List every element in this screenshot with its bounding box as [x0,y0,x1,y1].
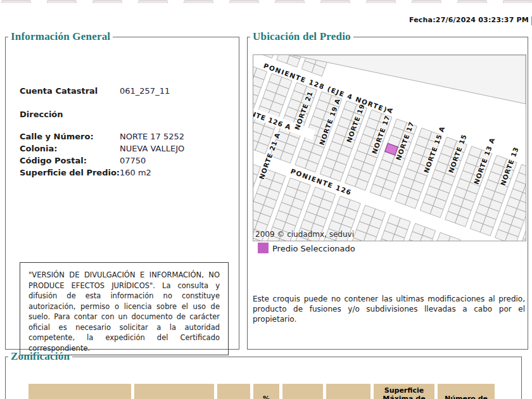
predio-location-legend: Ubicación del Predio [250,30,353,43]
field-label: Dirección [20,110,63,119]
top-tab[interactable] [47,0,77,3]
zoning-column-header: Altura: [217,384,250,399]
zoning-table-header: Uso del Suelo 1:Niveles:Altura:% ÁreaM2 … [28,384,495,399]
selected-parcel-swatch [258,243,269,253]
top-tab[interactable] [138,0,168,3]
predio-location-fieldset: Ubicación del Predio PONIENTE 128 (EJE 4… [247,30,528,350]
selected-parcel-label: Predio Seleccionado [272,244,355,253]
field-label: Cuenta Catastral [20,86,98,96]
top-tab[interactable] [412,0,441,3]
zoning-column-header: Niveles: [134,384,214,399]
top-tab[interactable] [366,0,396,3]
zoning-column-header: M2 min. [282,384,323,399]
top-tab[interactable] [275,0,305,3]
zoning-column-header: Uso del Suelo 1: [28,384,131,399]
field-value: 160 m2 [120,168,151,177]
top-tab[interactable] [184,0,213,3]
top-tab[interactable] [229,0,259,3]
date-text: Fecha:27/6/2024 03:23:37 PM [409,16,529,24]
zoning-legend: Zonificación [8,350,72,363]
seduvi-consulta-page: { "header": { "date_text": "Fecha:27/6/2… [0,0,532,399]
zoning-column-header: Superficie Máxima de Construcción [374,384,434,399]
map-note: Este croquis puede no contener las ultim… [253,294,525,324]
field-value: NUEVA VALLEJO [120,144,184,153]
field-label: Superficie del Predio: [20,168,120,177]
top-tab[interactable] [503,0,532,3]
field-label: Colonia: [20,144,58,153]
zoning-column-header: Número de Viviendas [438,384,495,399]
zoning-fieldset: Zonificación Uso del Suelo 1:Niveles:Alt… [5,350,522,399]
top-tab[interactable] [92,0,122,3]
map-copyright: 2009 © ciudadmx, seduvi [255,230,354,239]
top-tab[interactable] [457,0,487,3]
field-label: Calle y Número: [20,132,94,141]
field-value: NORTE 17 5252 [120,132,184,141]
top-tab[interactable] [320,0,350,3]
field-value: 07750 [120,156,146,165]
top-tab[interactable] [1,0,31,3]
field-value: 061_257_11 [120,86,170,96]
zoning-column-header: % Área [253,384,279,399]
general-info-fieldset: Información General Cuenta Catastral061_… [5,30,239,350]
general-info-legend: Información General [8,30,113,43]
zoning-column-header: Densidad [326,384,370,399]
field-label: Código Postal: [20,156,87,165]
legal-disclaimer-box: "VERSIÓN DE DIVULGACIÓN E INFORMACIÓN, N… [20,262,229,355]
cadastral-map: PONIENTE 128 (EJE 4 NORTE)NTE 126 APONIE… [253,54,526,241]
